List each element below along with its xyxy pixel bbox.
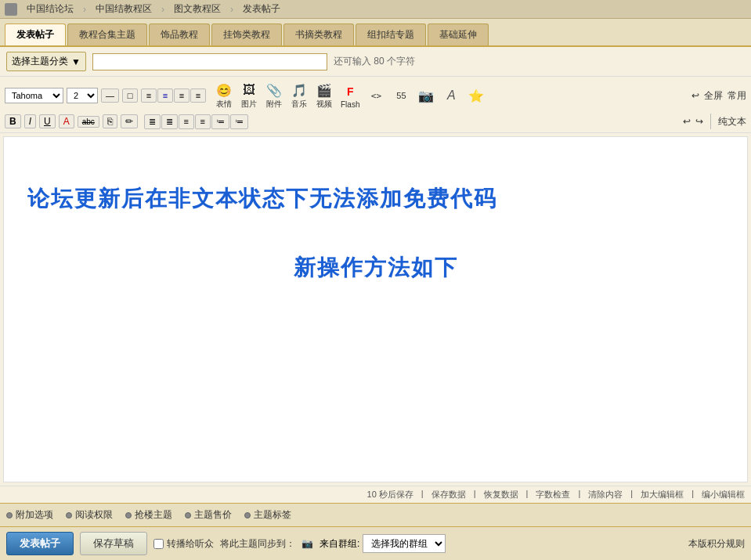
- restore-data-link[interactable]: 恢复数据: [484, 489, 518, 500]
- plaintext-button[interactable]: 纯文本: [718, 115, 746, 128]
- group-label: 来自群组:: [320, 537, 359, 551]
- editor-content: 论坛更新后在非文本状态下无法添加免费代码 新操作方法如下: [4, 137, 747, 435]
- editor-area[interactable]: 论坛更新后在非文本状态下无法添加免费代码 新操作方法如下: [3, 136, 748, 482]
- star-button[interactable]: ⭐: [464, 85, 488, 106]
- toolbar: Tahoma 2 — □ ≡ ≡ ≡ ≡ 😊 表情 🖼: [0, 77, 751, 133]
- toolbar-row2: B I U A abc ⎘ ✏ ≣ ≣ ≡ ≡ ≔ ≔ ↩ ↪ 纯文本: [5, 114, 746, 129]
- tab-hanging[interactable]: 挂饰类教程: [211, 23, 282, 45]
- sync-to-label: 将此主题同步到：: [220, 537, 295, 551]
- align-buttons: ≡ ≡ ≡ ≡: [141, 89, 206, 103]
- group-select[interactable]: 选择我的群组: [363, 534, 446, 553]
- indent-buttons: ≣ ≣ ≡ ≡ ≔ ≔: [144, 114, 248, 129]
- attach-button[interactable]: 📎 附件: [262, 80, 286, 111]
- code-button[interactable]: <>: [364, 85, 388, 106]
- bold-button[interactable]: B: [5, 114, 21, 128]
- subject-classify-select[interactable]: 选择主题分类 ▼: [6, 52, 86, 71]
- indent-btn1[interactable]: ≣: [144, 114, 161, 129]
- list-btn1[interactable]: ≔: [211, 114, 229, 129]
- option-floor-grab[interactable]: 抢楼主题: [125, 508, 172, 522]
- redo-button[interactable]: ↩: [683, 116, 691, 127]
- toolbar-right2: ↩ ↪ 纯文本: [683, 114, 746, 129]
- undo-button[interactable]: ↩: [691, 90, 699, 101]
- size-select[interactable]: 2: [67, 88, 98, 103]
- draft-button[interactable]: 保存草稿: [80, 532, 147, 555]
- logo: [5, 3, 17, 16]
- subject-input[interactable]: [92, 53, 327, 70]
- editor-wrapper: 论坛更新后在非文本状态下无法添加免费代码 新操作方法如下: [0, 133, 751, 486]
- tab-bar: 发表帖子 教程合集主题 饰品教程 挂饰类教程 书摘类教程 组扣结专题 基础延伸: [0, 19, 751, 47]
- top-nav: 中国结论坛 › 中国结教程区 › 图文教程区 › 发表帖子: [0, 0, 751, 19]
- action-bar: 发表帖子 保存草稿 转播给听众 将此主题同步到： 📷 来自群组: 选择我的群组 …: [0, 527, 751, 560]
- nav-item-graphic[interactable]: 图文教程区: [171, 2, 224, 16]
- fullscreen-button[interactable]: 全屏: [704, 89, 723, 103]
- shrink-editor-link[interactable]: 编小编辑框: [702, 489, 745, 500]
- font-select[interactable]: Tahoma: [5, 88, 63, 103]
- tab-basic[interactable]: 基础延伸: [428, 23, 489, 45]
- sync-label: 转播给听众: [167, 537, 214, 551]
- redo2-button[interactable]: ↪: [695, 116, 703, 127]
- sync-checkbox[interactable]: [153, 539, 164, 549]
- music-button[interactable]: 🎵 音乐: [287, 80, 311, 111]
- image-button[interactable]: 🖼 图片: [237, 80, 261, 111]
- tab-post[interactable]: 发表帖子: [5, 23, 66, 45]
- tab-buttons[interactable]: 组扣结专题: [356, 23, 426, 45]
- autosave-status[interactable]: 10 秒后保存: [367, 489, 413, 500]
- editor-line2: 新操作方法如下: [27, 253, 724, 283]
- tab-accessories[interactable]: 饰品教程: [149, 23, 210, 45]
- bottom-options: 附加选项 阅读权限 抢楼主题 主题售价 主题标签: [0, 503, 751, 527]
- sync-checkbox-wrap: 转播给听众: [153, 537, 214, 551]
- word-count-link[interactable]: 字数检查: [536, 489, 570, 500]
- copy-button[interactable]: ⎘: [103, 114, 117, 128]
- group-select-wrap: 来自群组: 选择我的群组: [320, 534, 446, 553]
- option-tags[interactable]: 主题标签: [244, 508, 291, 522]
- box-button[interactable]: □: [122, 89, 138, 103]
- enlarge-editor-link[interactable]: 加大编辑框: [641, 489, 684, 500]
- toolbar-row1: Tahoma 2 — □ ≡ ≡ ≡ ≡ 😊 表情 🖼: [5, 80, 746, 111]
- eraser-button[interactable]: ✏: [121, 114, 138, 128]
- nav-item-forum[interactable]: 中国结论坛: [23, 2, 77, 16]
- option-price[interactable]: 主题售价: [185, 508, 232, 522]
- align-left-button[interactable]: ≡: [141, 89, 157, 103]
- align-right-button[interactable]: ≡: [174, 89, 190, 103]
- icon-group-row1: 😊 表情 🖼 图片 📎 附件 🎵 音乐 🎬 视频: [212, 80, 488, 111]
- post-button[interactable]: 发表帖子: [6, 532, 74, 555]
- tab-collection[interactable]: 教程合集主题: [67, 23, 147, 45]
- status-bar: 10 秒后保存 | 保存数据 | 恢复数据 | 字数检查 | 清除内容 | 加大…: [0, 486, 751, 503]
- subject-row: 选择主题分类 ▼ 还可输入 80 个字符: [0, 47, 751, 77]
- list-btn2[interactable]: ≔: [230, 114, 248, 129]
- italic-button[interactable]: I: [24, 114, 36, 128]
- indent-btn4[interactable]: ≡: [195, 114, 211, 129]
- flash-button[interactable]: F Flash: [338, 81, 363, 110]
- underline-button[interactable]: U: [39, 114, 56, 128]
- option-read-permission[interactable]: 阅读权限: [66, 508, 113, 522]
- italic-a-button[interactable]: A: [439, 85, 463, 106]
- indent-btn2[interactable]: ≣: [161, 114, 178, 129]
- main-wrapper: 发表帖子 教程合集主题 饰品教程 挂饰类教程 书摘类教程 组扣结专题 基础延伸 …: [0, 19, 751, 560]
- nav-item-tutorials[interactable]: 中国结教程区: [92, 2, 155, 16]
- rules-link[interactable]: 本版积分规则: [688, 537, 745, 551]
- clear-content-link[interactable]: 清除内容: [588, 489, 623, 500]
- char-count: 还可输入 80 个字符: [334, 55, 415, 68]
- smilies-button[interactable]: 55: [389, 85, 413, 106]
- option-extras[interactable]: 附加选项: [6, 508, 53, 522]
- toolbar-right: ↩ 全屏 常用: [691, 89, 746, 103]
- color-button[interactable]: A: [59, 114, 74, 128]
- save-data-link[interactable]: 保存数据: [431, 489, 466, 500]
- video-button[interactable]: 🎬 视频: [312, 80, 336, 111]
- abc-button[interactable]: abc: [78, 116, 99, 128]
- align-justify-button[interactable]: ≡: [190, 89, 206, 103]
- indent-btn3[interactable]: ≡: [179, 114, 194, 129]
- hr-button[interactable]: —: [101, 89, 119, 103]
- camera-button[interactable]: 📷: [414, 85, 438, 106]
- editor-line1: 论坛更新后在非文本状态下无法添加免费代码: [27, 184, 724, 214]
- tab-bookmarks[interactable]: 书摘类教程: [283, 23, 354, 45]
- nav-item-post[interactable]: 发表帖子: [240, 2, 283, 16]
- emoji-button[interactable]: 😊 表情: [212, 80, 236, 111]
- align-center-button[interactable]: ≡: [157, 89, 173, 103]
- common-button[interactable]: 常用: [728, 89, 746, 103]
- svg-rect-0: [6, 5, 16, 14]
